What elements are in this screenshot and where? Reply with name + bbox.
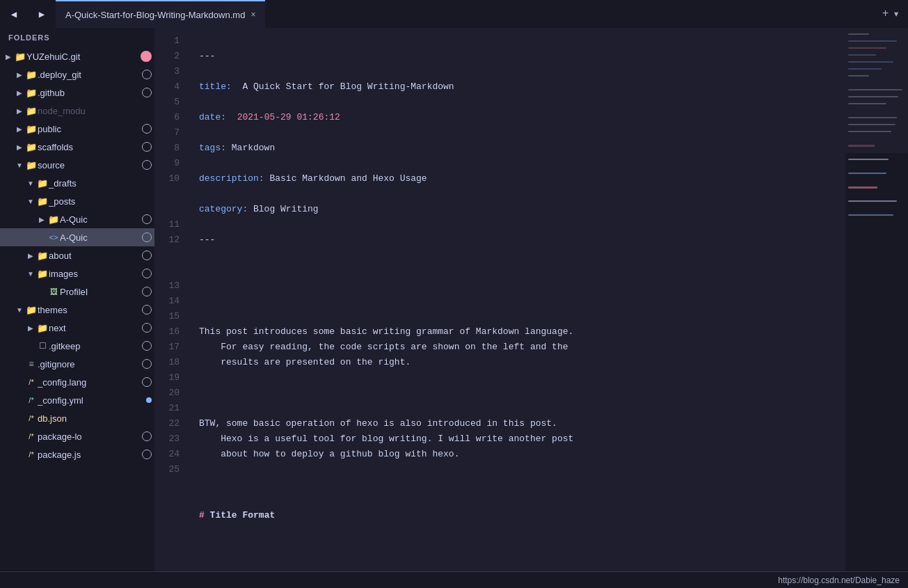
sidebar-label: public — [38, 124, 139, 134]
sidebar-item-deploy_git[interactable]: ▶ 📁 .deploy_git — [0, 65, 154, 84]
badge-circle — [142, 450, 152, 459]
code-line-8 — [199, 263, 845, 278]
code-line-2: title: A Quick Start for Blog Writing-Ma… — [199, 79, 845, 95]
code-line-11 — [199, 386, 845, 401]
sidebar-item-posts[interactable]: ▼ 📁 _posts — [0, 192, 154, 210]
tree-arrow: ▶ — [25, 342, 36, 350]
minimap — [845, 28, 908, 571]
sidebar-label: _config.lang — [38, 377, 139, 388]
tab-bar-actions: + ▾ — [882, 7, 908, 21]
sidebar-item-YUZehuiC[interactable]: ▶ 📁 YUZehuiC.git — [0, 47, 154, 65]
sidebar-item-node_modules[interactable]: ▶ 📁 node_modu — [0, 102, 154, 120]
sidebar-item-gitkeep[interactable]: ▶ ☐ .gitkeep — [0, 337, 154, 355]
badge-circle — [142, 287, 152, 296]
folder-icon: 📁 — [36, 269, 49, 279]
sidebar-label: ProfileI — [60, 287, 139, 297]
badge-circle — [142, 124, 152, 134]
badge-circle — [142, 431, 152, 441]
js-icon: /* — [25, 432, 38, 440]
code-content[interactable]: --- title: A Quick Start for Blog Writin… — [188, 28, 845, 571]
tree-arrow: ▶ — [14, 379, 25, 386]
sidebar-item-source[interactable]: ▼ 📁 source — [0, 156, 154, 174]
sidebar-item-github[interactable]: ▶ 📁 .github — [0, 84, 154, 102]
more-tabs-button[interactable]: ▾ — [893, 7, 900, 21]
sidebar-item-themes[interactable]: ▼ 📁 themes — [0, 301, 154, 319]
sidebar-item-next[interactable]: ▶ 📁 next — [0, 319, 154, 337]
js-icon: /* — [25, 378, 38, 386]
sidebar-item-about[interactable]: ▶ 📁 about — [0, 246, 154, 264]
tab-nav-forward[interactable]: ▶ — [28, 0, 56, 28]
tree-arrow: ▶ — [25, 324, 36, 332]
editor-tab[interactable]: A-Quick-Start-for-Blog-Writing-Markdown.… — [56, 0, 265, 28]
tree-arrow: ▶ — [14, 71, 25, 79]
tab-close-button[interactable]: × — [250, 10, 255, 19]
badge-circle — [142, 341, 152, 351]
tree-arrow: ▶ — [14, 451, 25, 459]
sidebar-item-package-lo[interactable]: ▶ /* package-lo — [0, 427, 154, 445]
folder-icon: 📁 — [25, 160, 38, 170]
code-line-4: tags: Markdown — [199, 141, 845, 156]
code-line-1: --- — [199, 49, 845, 64]
js-icon: /* — [25, 450, 38, 459]
folder-icon: 📁 — [25, 142, 38, 152]
sidebar-item-profile[interactable]: ▶ 🖼 ProfileI — [0, 283, 154, 301]
tree-arrow: ▶ — [14, 397, 25, 404]
sidebar-label: themes — [38, 305, 139, 315]
sidebar-item-AQuic-file[interactable]: ▶ <> A-Quic — [0, 228, 154, 246]
img-file-icon: 🖼 — [47, 287, 60, 296]
badge-circle — [142, 214, 152, 224]
add-tab-button[interactable]: + — [882, 8, 889, 20]
sidebar-label: images — [49, 269, 139, 279]
badge-red — [141, 51, 152, 62]
sidebar-item-scaffolds[interactable]: ▶ 📁 scaffolds — [0, 138, 154, 156]
sidebar-item-config-yml[interactable]: ▶ /* _config.yml — [0, 391, 154, 409]
code-line-3: date: 2021-05-29 01:26:12 — [199, 110, 845, 125]
minimap-svg — [845, 28, 908, 571]
badge-circle — [142, 323, 152, 333]
tree-arrow: ▶ — [36, 216, 47, 223]
sidebar-label: _drafts — [49, 178, 152, 189]
folder-icon: 📁 — [25, 106, 38, 116]
tree-arrow: ▼ — [25, 198, 36, 205]
folder-icon: 📁 — [47, 214, 60, 225]
folder-icon: 📁 — [36, 178, 49, 189]
folder-icon: 📁 — [14, 51, 26, 62]
sidebar-label: A-Quic — [60, 232, 139, 243]
code-line-5: description: Basic Markdown and Hexo Usa… — [199, 171, 845, 186]
tab-nav-back[interactable]: ◀ — [0, 0, 28, 28]
svg-rect-18 — [848, 214, 893, 216]
sidebar-label: scaffolds — [38, 142, 139, 152]
sidebar-header: FOLDERS — [0, 28, 154, 47]
svg-rect-16 — [848, 186, 877, 189]
sidebar-item-db-json[interactable]: ▶ /* db.json — [0, 409, 154, 427]
badge-circle — [142, 160, 152, 170]
folder-icon: 📁 — [25, 124, 38, 134]
status-url: https://blog.csdn.net/Dabie_haze — [778, 575, 900, 585]
sidebar-item-AQuic-folder[interactable]: ▶ 📁 A-Quic — [0, 210, 154, 228]
code-file-icon: <> — [47, 233, 60, 241]
sidebar-item-package-js[interactable]: ▶ /* package.js — [0, 445, 154, 463]
lines-icon: ≡ — [25, 359, 38, 369]
sidebar-item-drafts[interactable]: ▼ 📁 _drafts — [0, 174, 154, 192]
sidebar-label: source — [38, 160, 139, 170]
sidebar-item-public[interactable]: ▶ 📁 public — [0, 120, 154, 138]
sidebar-label: _posts — [49, 196, 152, 207]
svg-rect-14 — [848, 159, 889, 160]
tree-arrow: ▶ — [25, 252, 36, 260]
tab-bar: ◀ ▶ A-Quick-Start-for-Blog-Writing-Markd… — [0, 0, 908, 28]
tab-label: A-Quick-Start-for-Blog-Writing-Markdown.… — [65, 10, 245, 20]
tree-arrow: ▶ — [36, 288, 47, 296]
sidebar-label: package-lo — [38, 431, 139, 442]
code-panel[interactable]: 1 2 3 4 5 6 7 8 9 10 11 12 13 14 15 16 — [154, 28, 845, 571]
sidebar-item-config-lang[interactable]: ▶ /* _config.lang — [0, 373, 154, 391]
code-line-14: # Title Format — [199, 508, 845, 523]
svg-rect-17 — [848, 200, 897, 202]
tree-arrow: ▶ — [14, 125, 25, 133]
json-icon: /* — [25, 414, 38, 422]
status-bar: https://blog.csdn.net/Dabie_haze — [0, 571, 908, 588]
tree-arrow: ▶ — [14, 107, 25, 115]
code-line-12: BTW, some basic operation of hexo is als… — [199, 416, 845, 462]
sidebar-item-images[interactable]: ▼ 📁 images — [0, 264, 154, 283]
sidebar-item-gitignore[interactable]: ▶ ≡ .gitignore — [0, 355, 154, 373]
badge-circle — [142, 70, 152, 79]
